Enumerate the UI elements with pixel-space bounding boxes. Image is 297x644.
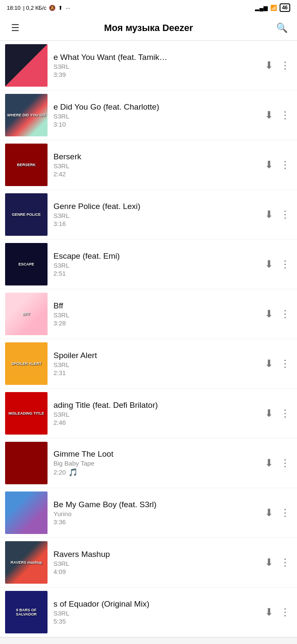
download-button[interactable]: ⬇ <box>263 306 275 322</box>
more-options-button[interactable]: ⋮ <box>278 604 292 620</box>
track-artist: S3RL <box>53 610 260 617</box>
download-button[interactable]: ⬇ <box>263 455 275 471</box>
track-thumbnail <box>5 44 48 87</box>
download-button[interactable]: ⬇ <box>263 157 275 172</box>
track-actions: ⬇ ⋮ <box>263 455 292 471</box>
track-duration: 3:28 <box>53 319 260 327</box>
track-item[interactable]: e What You Want (feat. Tamik… S3RL 3:39 … <box>0 41 297 90</box>
download-button[interactable]: ⬇ <box>263 58 275 73</box>
track-item[interactable]: SPOILER ALERT Spoiler Alert S3RL 2:31 ⬇ … <box>0 339 297 389</box>
track-thumbnail <box>5 491 48 534</box>
track-artist: S3RL <box>53 113 260 120</box>
track-info: Berserk S3RL 2:42 <box>53 152 260 178</box>
track-item[interactable]: BERSERK Berserk S3RL 2:42 ⬇ ⋮ <box>0 140 297 190</box>
track-actions: ⬇ ⋮ <box>263 306 292 322</box>
track-thumbnail: GENRE POLICE <box>5 193 48 236</box>
track-duration: 4:09 <box>53 568 260 575</box>
download-button[interactable]: ⬇ <box>263 257 275 272</box>
status-mute-icon: 🔕 <box>49 5 56 11</box>
stop-button[interactable]: ■ <box>41 640 55 644</box>
track-info: ading Title (feat. Defi Brilator) S3RL 2… <box>53 401 260 426</box>
download-button[interactable]: ⬇ <box>263 505 275 520</box>
download-button[interactable]: ⬇ <box>263 356 275 371</box>
track-info: Be My Game Boy (feat. S3rl) Yurino 3:36 <box>53 500 260 525</box>
more-options-button[interactable]: ⋮ <box>278 455 292 471</box>
more-options-button[interactable]: ⋮ <box>278 58 292 73</box>
track-title: Gimme The Loot <box>53 449 260 459</box>
track-duration: 5:35 <box>53 618 260 625</box>
download-button[interactable]: ⬇ <box>263 107 275 123</box>
track-info: Spoiler Alert S3RL 2:31 <box>53 351 260 376</box>
track-artist: S3RL <box>53 162 260 169</box>
track-title: Berserk <box>53 152 260 161</box>
track-item[interactable]: BFF Bff S3RL 3:28 ⬇ ⋮ <box>0 289 297 339</box>
menu-button[interactable]: ☰ <box>7 20 24 37</box>
track-actions: ⬇ ⋮ <box>263 505 292 520</box>
track-info: e Did You Go (feat. Charlotte) S3RL 3:10 <box>53 102 260 128</box>
track-duration: 2:20🎵 <box>53 468 260 477</box>
track-info: e What You Want (feat. Tamik… S3RL 3:39 <box>53 53 260 78</box>
more-options-button[interactable]: ⋮ <box>278 356 292 371</box>
track-title: Genre Police (feat. Lexi) <box>53 202 260 211</box>
app-bar: ☰ Моя музыка Deezer 🔍 <box>0 15 297 41</box>
download-button[interactable]: ⬇ <box>263 207 275 222</box>
search-button[interactable]: 🔍 <box>273 20 290 37</box>
track-item[interactable]: 9 BARS OF SALVADOR s of Equador (Origina… <box>0 588 297 637</box>
track-title: Be My Game Boy (feat. S3rl) <box>53 500 260 509</box>
track-item[interactable]: ESCAPE Escape (feat. Emi) S3RL 2:51 ⬇ ⋮ <box>0 240 297 289</box>
more-options-button[interactable]: ⋮ <box>278 207 292 222</box>
status-upload-icon: ⬆ <box>58 5 63 11</box>
track-actions: ⬇ ⋮ <box>263 406 292 421</box>
status-network: | 0,2 КБ/с <box>23 5 47 11</box>
track-thumbnail: WHERE DID YOU GO <box>5 94 48 136</box>
status-time: 18:10 <box>7 5 21 11</box>
track-title: Spoiler Alert <box>53 351 260 360</box>
track-item[interactable]: WHERE DID YOU GO e Did You Go (feat. Cha… <box>0 90 297 140</box>
track-item[interactable]: MISLEADING TITLE ading Title (feat. Defi… <box>0 389 297 438</box>
track-artist: S3RL <box>53 63 260 70</box>
track-title: e What You Want (feat. Tamik… <box>53 53 260 62</box>
status-right: ▂▄▆ 📶 46 <box>255 3 290 12</box>
track-artist: S3RL <box>53 262 260 269</box>
more-options-button[interactable]: ⋮ <box>278 107 292 123</box>
track-info: Gimme The Loot Big Baby Tape 2:20🎵 <box>53 449 260 477</box>
track-info: s of Equador (Original Mix) S3RL 5:35 <box>53 599 260 625</box>
more-options-button[interactable]: ⋮ <box>278 257 292 272</box>
search-icon: 🔍 <box>276 23 288 34</box>
track-info: Escape (feat. Emi) S3RL 2:51 <box>53 251 260 277</box>
download-button[interactable]: ⬇ <box>263 406 275 421</box>
hamburger-icon: ☰ <box>11 23 20 34</box>
track-actions: ⬇ ⋮ <box>263 207 292 222</box>
bottom-nav: ■ ⊙ ◄ <box>0 637 297 644</box>
track-item[interactable]: RAVERS mashup Ravers Mashup S3RL 4:09 ⬇ … <box>0 538 297 588</box>
back-button[interactable]: ◄ <box>237 640 256 644</box>
track-info: Ravers Mashup S3RL 4:09 <box>53 550 260 575</box>
track-item[interactable]: Be My Game Boy (feat. S3rl) Yurino 3:36 … <box>0 488 297 538</box>
more-options-button[interactable]: ⋮ <box>278 157 292 172</box>
track-actions: ⬇ ⋮ <box>263 356 292 371</box>
track-thumbnail: MISLEADING TITLE <box>5 392 48 435</box>
download-button[interactable]: ⬇ <box>263 555 275 570</box>
track-thumbnail: BFF <box>5 293 48 335</box>
track-artist: S3RL <box>53 361 260 368</box>
status-dots: ··· <box>65 5 70 11</box>
more-options-button[interactable]: ⋮ <box>278 306 292 322</box>
track-title: ading Title (feat. Defi Brilator) <box>53 401 260 410</box>
track-duration: 3:16 <box>53 220 260 227</box>
download-button[interactable]: ⬇ <box>263 604 275 620</box>
track-actions: ⬇ ⋮ <box>263 157 292 172</box>
track-item[interactable]: GENRE POLICE Genre Police (feat. Lexi) S… <box>0 190 297 240</box>
more-options-button[interactable]: ⋮ <box>278 406 292 421</box>
home-button[interactable]: ⊙ <box>138 640 154 644</box>
more-options-button[interactable]: ⋮ <box>278 505 292 520</box>
more-options-button[interactable]: ⋮ <box>278 555 292 570</box>
track-title: s of Equador (Original Mix) <box>53 599 260 609</box>
track-actions: ⬇ ⋮ <box>263 58 292 73</box>
track-item[interactable]: Gimme The Loot Big Baby Tape 2:20🎵 ⬇ ⋮ <box>0 438 297 488</box>
page-title: Моя музыка Deezer <box>104 23 193 34</box>
track-duration: 2:42 <box>53 170 260 178</box>
track-duration: 2:46 <box>53 419 260 426</box>
track-duration: 3:36 <box>53 518 260 525</box>
track-artist: S3RL <box>53 212 260 219</box>
track-artist: S3RL <box>53 411 260 418</box>
